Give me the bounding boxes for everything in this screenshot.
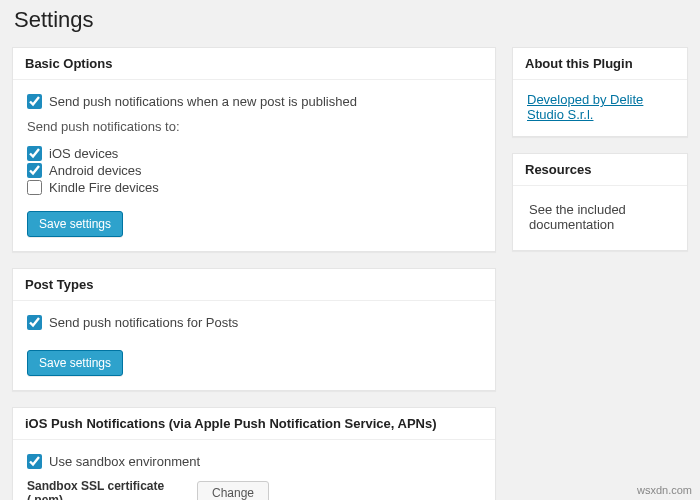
checkbox-ios-devices[interactable]: iOS devices bbox=[27, 146, 481, 161]
watermark: wsxdn.com bbox=[637, 484, 692, 496]
checkbox-kindle-devices[interactable]: Kindle Fire devices bbox=[27, 180, 481, 195]
checkbox-sandbox[interactable]: Use sandbox environment bbox=[27, 454, 481, 469]
heading-ios-push: iOS Push Notifications (via Apple Push N… bbox=[13, 408, 495, 440]
postbox-ios-push: iOS Push Notifications (via Apple Push N… bbox=[12, 407, 496, 500]
checkbox-sandbox-label: Use sandbox environment bbox=[49, 454, 200, 469]
resources-text: See the included documentation bbox=[527, 198, 673, 236]
send-to-label: Send push notifications to: bbox=[27, 119, 481, 134]
cert-label: Sandbox SSL certificate (.pem) bbox=[27, 479, 197, 500]
save-button-post-types[interactable]: Save settings bbox=[27, 350, 123, 376]
checkbox-sandbox-input[interactable] bbox=[27, 454, 42, 469]
checkbox-ios-devices-input[interactable] bbox=[27, 146, 42, 161]
heading-post-types: Post Types bbox=[13, 269, 495, 301]
change-cert-button[interactable]: Change bbox=[197, 481, 269, 500]
heading-resources: Resources bbox=[513, 154, 687, 186]
postbox-post-types: Post Types Send push notifications for P… bbox=[12, 268, 496, 391]
checkbox-posts-label: Send push notifications for Posts bbox=[49, 315, 238, 330]
checkbox-posts-input[interactable] bbox=[27, 315, 42, 330]
checkbox-send-on-publish[interactable]: Send push notifications when a new post … bbox=[27, 94, 481, 109]
heading-about-plugin: About this Plugin bbox=[513, 48, 687, 80]
checkbox-android-devices-input[interactable] bbox=[27, 163, 42, 178]
checkbox-kindle-devices-label: Kindle Fire devices bbox=[49, 180, 159, 195]
postbox-basic-options: Basic Options Send push notifications wh… bbox=[12, 47, 496, 252]
checkbox-kindle-devices-input[interactable] bbox=[27, 180, 42, 195]
postbox-resources: Resources See the included documentation bbox=[512, 153, 688, 251]
checkbox-send-on-publish-label: Send push notifications when a new post … bbox=[49, 94, 357, 109]
save-button-basic[interactable]: Save settings bbox=[27, 211, 123, 237]
page-title: Settings bbox=[14, 7, 688, 33]
heading-basic-options: Basic Options bbox=[13, 48, 495, 80]
developed-by-link[interactable]: Developed by Delite Studio S.r.l. bbox=[527, 92, 643, 122]
checkbox-posts[interactable]: Send push notifications for Posts bbox=[27, 315, 481, 330]
checkbox-ios-devices-label: iOS devices bbox=[49, 146, 118, 161]
postbox-about-plugin: About this Plugin Developed by Delite St… bbox=[512, 47, 688, 137]
checkbox-android-devices-label: Android devices bbox=[49, 163, 142, 178]
checkbox-android-devices[interactable]: Android devices bbox=[27, 163, 481, 178]
checkbox-send-on-publish-input[interactable] bbox=[27, 94, 42, 109]
